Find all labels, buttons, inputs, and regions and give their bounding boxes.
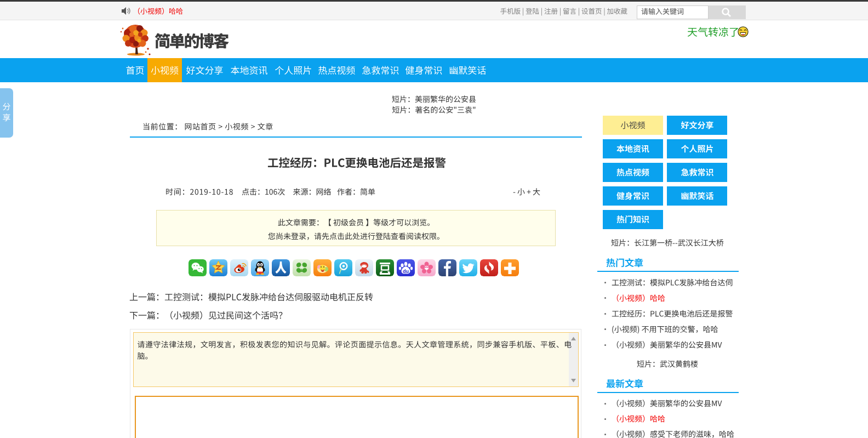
svg-text:du: du xyxy=(403,269,409,274)
